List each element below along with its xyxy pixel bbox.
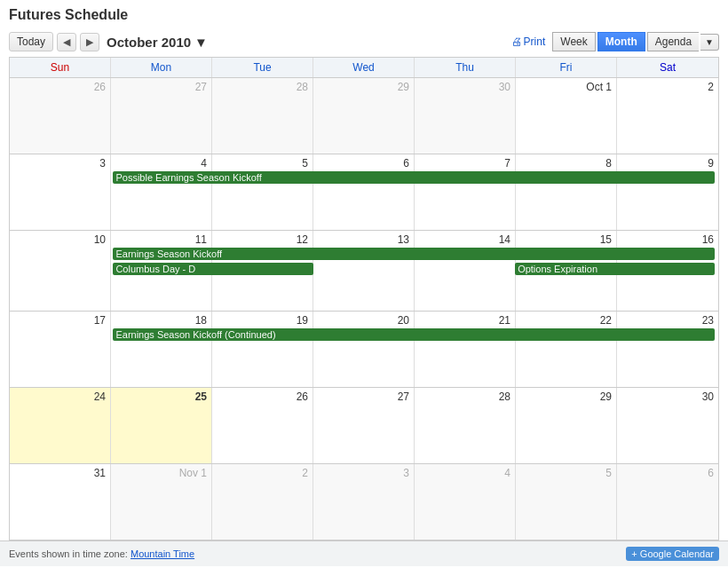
day-sep28: 28 xyxy=(212,78,313,154)
print-button[interactable]: 🖨 Print xyxy=(511,36,546,48)
week-row-4: 17 18 19 20 21 22 23 Earnings Season Kic… xyxy=(10,312,718,388)
day-oct27: 27 xyxy=(313,388,415,463)
day-nov3: 3 xyxy=(313,464,415,540)
month-label[interactable]: October 2010 ▼ xyxy=(107,35,208,50)
weeks-container: 26 27 28 29 30 Oct 1 2 3 4 5 6 7 8 9 xyxy=(10,78,718,540)
day-oct19: 19 xyxy=(212,312,313,387)
week-row: 26 27 28 29 30 Oct 1 2 xyxy=(10,78,718,154)
day-oct8: 8 xyxy=(516,154,617,230)
day-oct5: 5 xyxy=(212,154,313,230)
day-oct25: 25 xyxy=(111,388,212,463)
header-thu: Thu xyxy=(415,58,516,77)
day-oct20: 20 xyxy=(313,312,415,387)
day-oct11: 11 xyxy=(111,231,212,311)
prev-button[interactable]: ◀ xyxy=(57,33,76,51)
day-headers: Sun Mon Tue Wed Thu Fri Sat xyxy=(10,58,718,78)
page-title: Futures Schedule xyxy=(9,7,719,23)
day-oct15: 15 xyxy=(516,231,617,311)
day-oct4: 4 xyxy=(111,154,212,230)
day-oct21: 21 xyxy=(415,312,516,387)
week-row-3: 10 11 12 13 14 15 16 Earnings Season Kic… xyxy=(10,231,718,312)
agenda-dropdown-button[interactable]: ▼ xyxy=(700,34,719,51)
day-oct22: 22 xyxy=(516,312,617,387)
month-view-button[interactable]: Month xyxy=(597,32,645,51)
day-oct12: 12 xyxy=(212,231,313,311)
week-row-2: 3 4 5 6 7 8 9 Possible Earnings Season K… xyxy=(10,154,718,231)
day-oct7: 7 xyxy=(415,154,516,230)
day-sep27: 27 xyxy=(111,78,212,154)
week-row-5: 24 25 26 27 28 29 30 xyxy=(10,388,718,464)
day-sep29: 29 xyxy=(313,78,415,154)
day-oct24: 24 xyxy=(10,388,111,463)
printer-icon: 🖨 xyxy=(511,36,522,48)
next-button[interactable]: ▶ xyxy=(80,33,99,51)
google-cal-section: + Google Calendar xyxy=(626,547,719,561)
day-oct13: 13 xyxy=(313,231,415,311)
day-oct3: 3 xyxy=(10,154,111,230)
day-nov6: 6 xyxy=(617,464,718,540)
day-nov2: 2 xyxy=(212,464,313,540)
header-tue: Tue xyxy=(212,58,313,77)
google-calendar-button[interactable]: + Google Calendar xyxy=(626,547,719,561)
day-oct14: 14 xyxy=(415,231,516,311)
calendar: Sun Mon Tue Wed Thu Fri Sat 26 27 28 29 … xyxy=(9,57,719,540)
page-header: Futures Schedule Today ◀ ▶ October 2010 … xyxy=(0,0,728,57)
footer: Events shown in time zone: Mountain Time… xyxy=(0,540,728,566)
day-oct29: 29 xyxy=(516,388,617,463)
day-oct17: 17 xyxy=(10,312,111,387)
timezone-info: Events shown in time zone: Mountain Time xyxy=(9,548,194,559)
day-oct26: 26 xyxy=(212,388,313,463)
day-nov5: 5 xyxy=(516,464,617,540)
day-nov4: 4 xyxy=(415,464,516,540)
day-oct28: 28 xyxy=(415,388,516,463)
day-oct1: Oct 1 xyxy=(516,78,617,154)
header-wed: Wed xyxy=(313,58,415,77)
day-oct6: 6 xyxy=(313,154,415,230)
day-oct31: 31 xyxy=(10,464,111,540)
day-oct18: 18 xyxy=(111,312,212,387)
day-oct16: 16 xyxy=(617,231,718,311)
dropdown-icon: ▼ xyxy=(194,35,208,50)
day-nov1: Nov 1 xyxy=(111,464,212,540)
day-oct2: 2 xyxy=(617,78,718,154)
day-oct9: 9 xyxy=(617,154,718,230)
today-button[interactable]: Today xyxy=(9,32,53,51)
timezone-link[interactable]: Mountain Time xyxy=(131,548,194,559)
header-fri: Fri xyxy=(516,58,617,77)
day-oct30: 30 xyxy=(617,388,718,463)
header-sun: Sun xyxy=(10,58,111,77)
week-view-button[interactable]: Week xyxy=(552,32,595,51)
day-oct23: 23 xyxy=(617,312,718,387)
day-oct10: 10 xyxy=(10,231,111,311)
header-mon: Mon xyxy=(111,58,212,77)
day-sep30: 30 xyxy=(415,78,516,154)
week-row-6: 31 Nov 1 2 3 4 5 6 xyxy=(10,464,718,540)
agenda-view-button[interactable]: Agenda xyxy=(647,32,699,51)
header-sat: Sat xyxy=(617,58,718,77)
day-sep26: 26 xyxy=(10,78,111,154)
